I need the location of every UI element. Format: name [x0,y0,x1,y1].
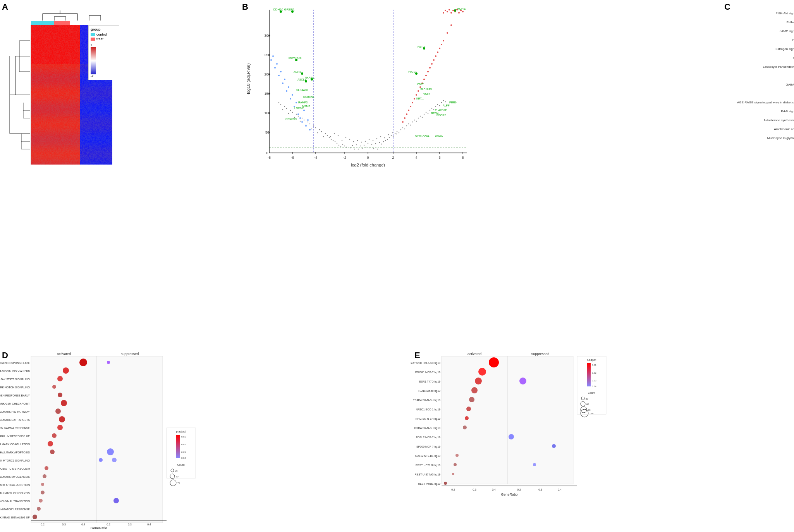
svg-text:0.03: 0.03 [592,379,596,382]
svg-text:RUBCNL: RUBCNL [303,96,315,98]
svg-text:REST U-87 MG hg19: REST U-87 MG hg19 [415,473,441,476]
svg-text:0: 0 [266,151,268,155]
svg-text:-6: -6 [291,156,294,160]
svg-text:0.01: 0.01 [592,364,596,366]
svg-point-93 [331,139,332,140]
svg-point-170 [292,94,293,96]
panel-d: D activated suppressed HALLMARK ESTROGEN… [0,174,205,360]
svg-text:NKAIN1: NKAIN1 [305,76,315,79]
svg-point-147 [280,104,281,105]
svg-point-118 [308,122,308,122]
svg-point-175 [272,55,274,57]
svg-text:C20orf19: C20orf19 [285,118,297,120]
svg-text:90: 90 [588,409,591,411]
svg-point-412 [454,463,457,466]
legend-control: control [91,33,117,36]
svg-text:0.4: 0.4 [492,488,496,491]
svg-point-154 [353,141,354,142]
svg-point-69 [350,148,351,148]
svg-point-101 [323,136,324,137]
svg-text:Pathways in cancer: Pathways in cancer [787,21,794,24]
svg-point-158 [349,139,350,140]
legend-control-label: control [96,33,107,36]
svg-rect-428 [587,363,591,386]
svg-point-63 [358,149,359,149]
svg-point-100 [325,133,326,134]
svg-text:FOXM1 MCF-7 hg19: FOXM1 MCF-7 hg19 [415,371,440,374]
svg-point-83 [340,146,341,147]
svg-point-124 [302,118,302,118]
svg-point-183 [274,67,276,69]
svg-text:30: 30 [586,398,588,400]
svg-point-404 [471,387,478,393]
svg-point-402 [478,368,486,376]
svg-text:suppressed: suppressed [121,352,139,356]
svg-text:-log10 (adj.P.Val): -log10 (adj.P.Val) [246,63,251,96]
svg-text:0.4: 0.4 [558,488,562,491]
svg-point-167 [299,117,301,119]
legend-treat-label: treat [96,37,103,41]
svg-point-416 [533,463,536,466]
svg-text:-2: -2 [343,156,346,160]
svg-text:SLC4A10: SLC4A10 [296,89,308,91]
svg-text:SUZ12 NT2-D1 hg19: SUZ12 NT2-D1 hg19 [415,455,440,458]
svg-text:SUPT20H HeLa-S3 hg19: SUPT20H HeLa-S3 hg19 [411,362,440,365]
svg-point-112 [313,125,314,126]
dendrogram-top [31,10,112,21]
svg-text:-8: -8 [268,156,271,160]
svg-point-71 [354,149,355,149]
svg-text:GeneRatio: GeneRatio [501,493,517,496]
svg-point-88 [335,141,335,142]
svg-text:TEAD4 SK-N-SH hg19: TEAD4 SK-N-SH hg19 [413,399,440,402]
svg-text:TEAD4 A549 hg19: TEAD4 A549 hg19 [418,390,440,393]
svg-text:cAMP signaling pathway: cAMP signaling pathway [780,29,794,33]
legend-scale-2: 2 [91,43,117,47]
svg-point-172 [284,79,285,80]
svg-rect-383 [442,356,507,484]
svg-point-168 [303,110,305,111]
svg-text:ESR1 T47D hg19: ESR1 T47D hg19 [419,380,440,383]
svg-text:AGR3: AGR3 [294,70,301,73]
svg-text:60: 60 [586,403,589,405]
svg-point-117 [309,124,310,124]
svg-point-181 [282,82,284,84]
svg-text:CDH26 GREB1: CDH26 GREB1 [273,8,295,11]
svg-point-129 [298,116,299,117]
svg-point-186 [309,129,311,130]
svg-text:NR3C1 ECC-1 hg19: NR3C1 ECC-1 hg19 [416,408,441,411]
svg-point-70 [346,147,347,148]
svg-point-135 [292,112,293,113]
svg-point-107 [317,132,318,133]
svg-point-81 [344,146,345,146]
svg-point-137 [288,113,289,114]
chipseq-dotplot-e: activated suppressed SUPT20H HeLa-S3 hg1… [411,350,608,532]
legend-scale-neg2: -2 [91,74,117,78]
svg-point-141 [286,108,287,109]
legend-group-title: group [91,27,117,31]
svg-text:0.2: 0.2 [517,488,521,491]
svg-text:LINC01016: LINC01016 [288,57,302,60]
svg-point-177 [297,113,299,115]
svg-text:0.2: 0.2 [451,488,455,491]
svg-point-153 [357,140,358,141]
svg-text:REST Panc1 hg19: REST Panc1 hg19 [418,482,440,486]
svg-point-166 [330,136,331,137]
svg-text:Leukocyte transendothelial mig: Leukocyte transendothelial migration [763,65,794,69]
color-scale-bar [91,47,96,74]
svg-text:ErbB signaling pathway: ErbB signaling pathway [781,110,794,113]
svg-point-405 [469,397,474,402]
svg-point-159 [345,137,346,138]
svg-point-142 [284,106,285,107]
svg-text:AGE-RAGE signaling pathway in : AGE-RAGE signaling pathway in diabetic c… [737,101,794,104]
panel-g: G HALLMARK_KRAS_SIGNALING_UP ES=0.5 NES=… [0,360,263,532]
svg-text:0.3: 0.3 [538,488,542,491]
panel-e: E activated suppressed SUPT20H HeLa-S3 h… [205,174,411,360]
svg-text:Focal adhesion: Focal adhesion [792,38,794,42]
svg-point-182 [278,75,280,76]
svg-text:NFIC SK-N-SH hg19: NFIC SK-N-SH hg19 [415,417,440,420]
svg-point-179 [290,98,291,100]
svg-text:-4: -4 [314,156,317,160]
svg-text:REST HCT116 hg19: REST HCT116 hg19 [416,464,440,467]
svg-text:activated: activated [57,352,71,356]
svg-text:Aldosterone synthesis and secr: Aldosterone synthesis and secretion [763,118,794,122]
